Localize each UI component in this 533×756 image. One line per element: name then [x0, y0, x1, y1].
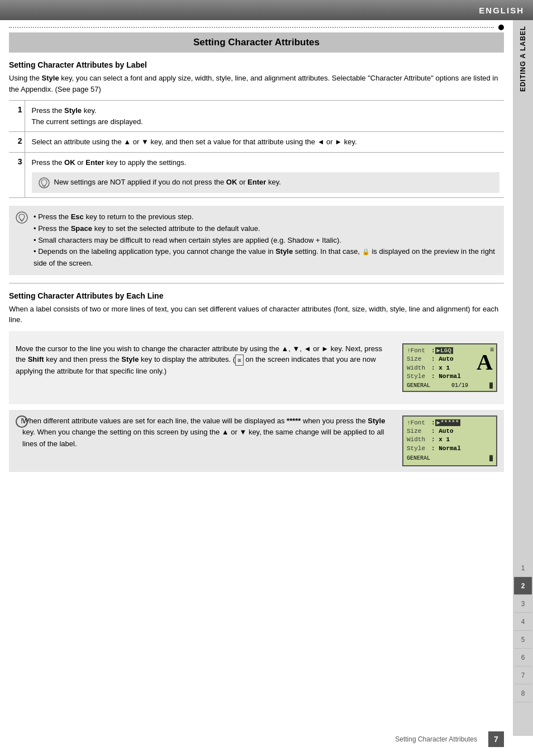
step-3-note: New settings are NOT applied if you do n…	[32, 172, 500, 193]
lcd-value-2-3: : x 1	[431, 436, 450, 444]
lcd-value-1-4: : Normal	[431, 372, 461, 381]
lcd-label-2-2: Size	[407, 427, 431, 436]
step-3-row: 3 Press the OK or Enter key to apply the…	[9, 152, 504, 198]
step-3-content: Press the OK or Enter key to apply the s…	[25, 152, 504, 198]
tip-2: • Press the Space key to set the selecte…	[34, 223, 497, 235]
warn-text: When different attribute values are set …	[22, 415, 396, 450]
warn-icon: !	[16, 415, 28, 428]
lcd-bottom-1: GENERAL 01/19 ▓	[407, 382, 493, 389]
tips-icon	[16, 211, 28, 224]
dots-row	[0, 20, 513, 32]
display-row-1-container: Move the cursor to the line you wish to …	[9, 331, 504, 404]
step-2-num: 2	[9, 132, 25, 153]
lcd-label-1-3: Width	[407, 364, 431, 372]
lcd-label-2-1: ↑Font	[407, 419, 431, 427]
sidebar-num-5[interactable]: 5	[514, 631, 532, 649]
sidebar-num-6[interactable]: 6	[514, 649, 532, 667]
section2: Setting Character Attributes by Each Lin…	[9, 291, 504, 472]
header-bar: ENGLISH	[0, 0, 533, 20]
display-text-1: Move the cursor to the line you wish to …	[16, 343, 393, 377]
lcd-page-1: 01/19	[451, 382, 468, 389]
section1-intro: Using the Style key, you can select a fo…	[9, 73, 504, 94]
lcd-value-2-1: :▶*****	[431, 419, 460, 427]
main-content: Setting Character Attributes Setting Cha…	[0, 32, 513, 486]
sidebar-num-4[interactable]: 4	[514, 613, 532, 631]
lcd-label-1-4: Style	[407, 372, 431, 381]
box-equals-icon: ≡	[235, 355, 243, 366]
lcd-row-2-4: Style : Normal	[407, 445, 493, 453]
lcd-big-A-1: A	[477, 349, 493, 375]
lcd-battery-1: ▓	[489, 382, 493, 389]
lcd-label-1-2: Size	[407, 355, 431, 363]
lcd-battery-2: ▓	[489, 454, 493, 463]
header-title: ENGLISH	[479, 6, 524, 15]
lcd-label-2-3: Width	[407, 436, 431, 444]
lightbulb-icon	[39, 177, 50, 188]
lcd-bottom-2: GENERAL ▓	[407, 454, 493, 463]
section2-heading: Setting Character Attributes by Each Lin…	[9, 291, 504, 300]
sidebar-num-2[interactable]: 2	[514, 577, 532, 595]
step-1-num: 1	[9, 101, 25, 132]
display-row-1: Move the cursor to the line you wish to …	[16, 343, 497, 392]
footer-page: 7	[488, 731, 504, 747]
sidebar-num-8[interactable]: 8	[514, 684, 532, 702]
step-1-content: Press the Style key. The current setting…	[25, 101, 504, 132]
lcd-value-2-2: : Auto	[431, 427, 454, 436]
lcd-value-2-4: : Normal	[431, 445, 461, 453]
right-sidebar: EDITING A LABEL 1 2 3 4 5 6 7 8	[513, 20, 533, 736]
lcd-screen-2: ↑Font :▶***** Size : Auto Width : x 1 St…	[402, 415, 497, 467]
section1-heading: Setting Character Attributes by Label	[9, 60, 504, 69]
dot-circle	[498, 25, 504, 30]
lcd-row-2-2: Size : Auto	[407, 427, 493, 436]
dots-line	[9, 27, 494, 28]
step-2-content: Select an attribute using the ▲ or ▼ key…	[25, 132, 504, 153]
lcd-general-2: GENERAL	[407, 454, 430, 463]
section-divider	[9, 283, 504, 284]
tips-box: • Press the Esc key to return to the pre…	[9, 206, 504, 275]
lcd-row-2-3: Width : x 1	[407, 436, 493, 444]
lcd-value-1-3: : x 1	[431, 364, 450, 372]
sidebar-label: EDITING A LABEL	[519, 26, 527, 92]
warn-box: ! When different attribute values are se…	[9, 410, 504, 472]
step-1-row: 1 Press the Style key. The current setti…	[9, 101, 504, 132]
lcd-value-1-1: :▶LGQ	[431, 347, 453, 355]
lcd-label-2-4: Style	[407, 445, 431, 453]
steps-table: 1 Press the Style key. The current setti…	[9, 100, 504, 198]
lcd-value-1-2: : Auto	[431, 355, 454, 363]
sidebar-num-7[interactable]: 7	[514, 667, 532, 684]
tip-4: • Depends on the labeling application ty…	[34, 246, 497, 270]
tip-1: • Press the Esc key to return to the pre…	[34, 211, 497, 223]
lcd-general-1: GENERAL	[407, 382, 430, 389]
section2-intro: When a label consists of two or more lin…	[9, 304, 504, 325]
lcd-label-1-1: ↑Font	[407, 347, 431, 355]
sidebar-num-3[interactable]: 3	[514, 595, 532, 613]
footer-label: Setting Character Attributes	[395, 735, 477, 743]
sidebar-num-1[interactable]: 1	[514, 559, 532, 577]
lcd-screen-1: ↑Font :▶LGQ ≡ Size : Auto Width : x 1	[402, 343, 497, 392]
lcd-row-2-1: ↑Font :▶*****	[407, 419, 493, 427]
sidebar-numbers: 1 2 3 4 5 6 7 8	[513, 559, 533, 702]
step-3-note-text: New settings are NOT applied if you do n…	[54, 177, 281, 188]
step-2-row: 2 Select an attribute using the ▲ or ▼ k…	[9, 132, 504, 153]
tips-content: • Press the Esc key to return to the pre…	[34, 211, 497, 270]
tip-3: • Small characters may be difficult to r…	[34, 235, 497, 247]
step-3-num: 3	[9, 152, 25, 198]
footer: Setting Character Attributes 7	[395, 731, 504, 747]
page-title: Setting Character Attributes	[9, 32, 504, 53]
lock-icon: 🔒	[362, 247, 370, 257]
